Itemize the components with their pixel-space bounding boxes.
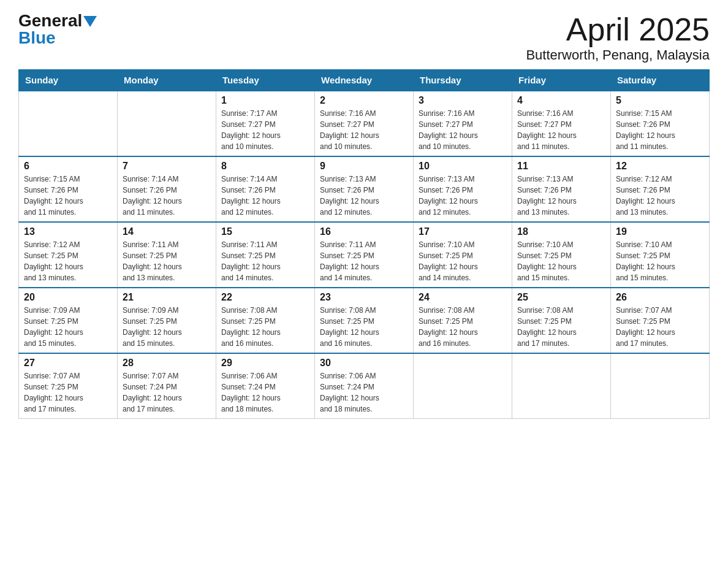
day-number: 19	[616, 226, 704, 237]
day-info: Sunrise: 7:08 AMSunset: 7:25 PMDaylight:…	[320, 305, 408, 349]
calendar-cell: 21Sunrise: 7:09 AMSunset: 7:25 PMDayligh…	[118, 288, 216, 353]
day-info: Sunrise: 7:08 AMSunset: 7:25 PMDaylight:…	[419, 305, 507, 349]
calendar-cell: 26Sunrise: 7:07 AMSunset: 7:25 PMDayligh…	[611, 288, 710, 353]
day-number: 12	[616, 161, 704, 172]
day-number: 23	[320, 292, 408, 303]
day-info: Sunrise: 7:10 AMSunset: 7:25 PMDaylight:…	[616, 239, 704, 283]
day-number: 25	[517, 292, 605, 303]
calendar-cell: 16Sunrise: 7:11 AMSunset: 7:25 PMDayligh…	[315, 222, 414, 288]
calendar-cell: 12Sunrise: 7:12 AMSunset: 7:26 PMDayligh…	[611, 156, 710, 222]
day-number: 16	[320, 226, 408, 237]
logo-general-text: General	[18, 12, 82, 29]
day-info: Sunrise: 7:09 AMSunset: 7:25 PMDaylight:…	[123, 305, 211, 349]
calendar-cell: 20Sunrise: 7:09 AMSunset: 7:25 PMDayligh…	[19, 288, 118, 353]
day-number: 30	[320, 358, 408, 369]
calendar-cell: 13Sunrise: 7:12 AMSunset: 7:25 PMDayligh…	[19, 222, 118, 288]
day-number: 1	[221, 95, 309, 106]
day-info: Sunrise: 7:08 AMSunset: 7:25 PMDaylight:…	[517, 305, 605, 349]
day-info: Sunrise: 7:12 AMSunset: 7:25 PMDaylight:…	[24, 239, 112, 283]
calendar-cell: 30Sunrise: 7:06 AMSunset: 7:24 PMDayligh…	[315, 353, 414, 419]
calendar-cell	[19, 91, 118, 156]
page-header: General Blue April 2025 Butterworth, Pen…	[18, 12, 710, 63]
day-info: Sunrise: 7:07 AMSunset: 7:25 PMDaylight:…	[24, 370, 112, 415]
calendar-cell: 17Sunrise: 7:10 AMSunset: 7:25 PMDayligh…	[414, 222, 512, 288]
day-number: 15	[221, 226, 309, 237]
calendar-cell	[512, 353, 611, 419]
calendar-cell: 14Sunrise: 7:11 AMSunset: 7:25 PMDayligh…	[118, 222, 216, 288]
day-number: 8	[221, 161, 309, 172]
location-title: Butterworth, Penang, Malaysia	[526, 47, 710, 63]
day-number: 26	[616, 292, 704, 303]
calendar-cell	[611, 353, 710, 419]
calendar-week-row: 1Sunrise: 7:17 AMSunset: 7:27 PMDaylight…	[19, 91, 710, 156]
day-info: Sunrise: 7:14 AMSunset: 7:26 PMDaylight:…	[123, 174, 211, 218]
calendar-cell	[118, 91, 216, 156]
day-number: 5	[616, 95, 704, 106]
calendar-cell: 29Sunrise: 7:06 AMSunset: 7:24 PMDayligh…	[216, 353, 315, 419]
day-info: Sunrise: 7:06 AMSunset: 7:24 PMDaylight:…	[221, 370, 309, 415]
calendar-day-header: Friday	[512, 70, 611, 91]
day-info: Sunrise: 7:16 AMSunset: 7:27 PMDaylight:…	[517, 108, 605, 152]
day-info: Sunrise: 7:07 AMSunset: 7:24 PMDaylight:…	[123, 370, 211, 415]
calendar-day-header: Monday	[118, 70, 216, 91]
calendar-cell	[414, 353, 512, 419]
calendar-cell: 27Sunrise: 7:07 AMSunset: 7:25 PMDayligh…	[19, 353, 118, 419]
day-number: 27	[24, 358, 112, 369]
calendar-day-header: Tuesday	[216, 70, 315, 91]
calendar-cell: 9Sunrise: 7:13 AMSunset: 7:26 PMDaylight…	[315, 156, 414, 222]
calendar-day-header: Wednesday	[315, 70, 414, 91]
day-number: 11	[517, 161, 605, 172]
day-number: 13	[24, 226, 112, 237]
day-info: Sunrise: 7:11 AMSunset: 7:25 PMDaylight:…	[320, 239, 408, 283]
day-number: 29	[221, 358, 309, 369]
calendar-cell: 11Sunrise: 7:13 AMSunset: 7:26 PMDayligh…	[512, 156, 611, 222]
day-number: 9	[320, 161, 408, 172]
calendar-cell: 10Sunrise: 7:13 AMSunset: 7:26 PMDayligh…	[414, 156, 512, 222]
day-info: Sunrise: 7:16 AMSunset: 7:27 PMDaylight:…	[320, 108, 408, 152]
day-info: Sunrise: 7:10 AMSunset: 7:25 PMDaylight:…	[419, 239, 507, 283]
calendar-day-header: Saturday	[611, 70, 710, 91]
calendar-week-row: 6Sunrise: 7:15 AMSunset: 7:26 PMDaylight…	[19, 156, 710, 222]
calendar-week-row: 13Sunrise: 7:12 AMSunset: 7:25 PMDayligh…	[19, 222, 710, 288]
day-number: 6	[24, 161, 112, 172]
day-info: Sunrise: 7:13 AMSunset: 7:26 PMDaylight:…	[320, 174, 408, 218]
day-number: 2	[320, 95, 408, 106]
day-info: Sunrise: 7:07 AMSunset: 7:25 PMDaylight:…	[616, 305, 704, 349]
day-info: Sunrise: 7:12 AMSunset: 7:26 PMDaylight:…	[616, 174, 704, 218]
day-number: 14	[123, 226, 211, 237]
day-number: 7	[123, 161, 211, 172]
calendar-cell: 4Sunrise: 7:16 AMSunset: 7:27 PMDaylight…	[512, 91, 611, 156]
day-info: Sunrise: 7:06 AMSunset: 7:24 PMDaylight:…	[320, 370, 408, 415]
calendar-cell: 5Sunrise: 7:15 AMSunset: 7:26 PMDaylight…	[611, 91, 710, 156]
calendar-week-row: 27Sunrise: 7:07 AMSunset: 7:25 PMDayligh…	[19, 353, 710, 419]
calendar-cell: 25Sunrise: 7:08 AMSunset: 7:25 PMDayligh…	[512, 288, 611, 353]
day-info: Sunrise: 7:09 AMSunset: 7:25 PMDaylight:…	[24, 305, 112, 349]
calendar-cell: 3Sunrise: 7:16 AMSunset: 7:27 PMDaylight…	[414, 91, 512, 156]
day-number: 28	[123, 358, 211, 369]
calendar-cell: 7Sunrise: 7:14 AMSunset: 7:26 PMDaylight…	[118, 156, 216, 222]
day-info: Sunrise: 7:15 AMSunset: 7:26 PMDaylight:…	[24, 174, 112, 218]
logo-triangle-icon	[83, 16, 97, 27]
day-number: 10	[419, 161, 507, 172]
calendar-header-row: SundayMondayTuesdayWednesdayThursdayFrid…	[19, 70, 710, 91]
day-info: Sunrise: 7:15 AMSunset: 7:26 PMDaylight:…	[616, 108, 704, 152]
day-number: 3	[419, 95, 507, 106]
day-info: Sunrise: 7:10 AMSunset: 7:25 PMDaylight:…	[517, 239, 605, 283]
calendar-cell: 23Sunrise: 7:08 AMSunset: 7:25 PMDayligh…	[315, 288, 414, 353]
day-number: 24	[419, 292, 507, 303]
calendar-cell: 18Sunrise: 7:10 AMSunset: 7:25 PMDayligh…	[512, 222, 611, 288]
svg-marker-0	[83, 16, 97, 27]
calendar-day-header: Thursday	[414, 70, 512, 91]
title-section: April 2025 Butterworth, Penang, Malaysia	[526, 12, 710, 63]
calendar-table: SundayMondayTuesdayWednesdayThursdayFrid…	[18, 69, 710, 419]
day-number: 17	[419, 226, 507, 237]
day-number: 22	[221, 292, 309, 303]
calendar-cell: 1Sunrise: 7:17 AMSunset: 7:27 PMDaylight…	[216, 91, 315, 156]
calendar-week-row: 20Sunrise: 7:09 AMSunset: 7:25 PMDayligh…	[19, 288, 710, 353]
calendar-cell: 19Sunrise: 7:10 AMSunset: 7:25 PMDayligh…	[611, 222, 710, 288]
logo-blue-text: Blue	[18, 28, 56, 47]
calendar-cell: 22Sunrise: 7:08 AMSunset: 7:25 PMDayligh…	[216, 288, 315, 353]
day-info: Sunrise: 7:08 AMSunset: 7:25 PMDaylight:…	[221, 305, 309, 349]
calendar-cell: 2Sunrise: 7:16 AMSunset: 7:27 PMDaylight…	[315, 91, 414, 156]
day-info: Sunrise: 7:11 AMSunset: 7:25 PMDaylight:…	[123, 239, 211, 283]
